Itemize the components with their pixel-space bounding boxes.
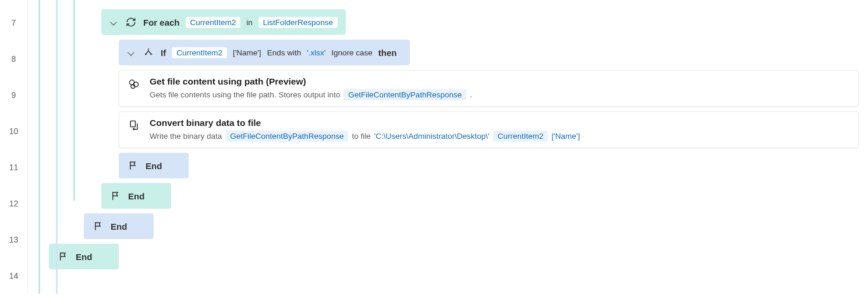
end-block[interactable]: End (49, 244, 119, 269)
collapse-toggle-icon[interactable] (110, 19, 117, 26)
action-title: Convert binary data to file (150, 118, 850, 128)
variable-token[interactable]: CurrentItem2 (186, 17, 241, 28)
variable-token[interactable]: GetFileContentByPathResponse (225, 131, 348, 142)
end-if-block[interactable]: End (119, 153, 189, 178)
property-accessor: ['Name'] (233, 48, 261, 57)
property-accessor: ['Name'] (551, 132, 580, 141)
flag-text: Ignore case (331, 48, 373, 57)
action-title: Get file content using path (Preview) (150, 76, 850, 87)
branch-icon (142, 46, 155, 59)
end-label: End (146, 161, 162, 171)
if-block[interactable]: If CurrentItem2 ['Name'] Ends with '.xls… (119, 40, 410, 65)
line-number: 14 (0, 258, 27, 294)
operator-text: Ends with (267, 48, 302, 57)
if-keyword: If (161, 48, 166, 58)
action-description: Gets file contents using the file path. … (150, 90, 340, 99)
nesting-rail (73, 0, 75, 201)
nesting-rail (56, 0, 58, 294)
variable-token[interactable]: CurrentItem2 (172, 47, 227, 58)
collapse-toggle-icon[interactable] (127, 49, 134, 56)
variable-token[interactable]: GetFileContentByPathResponse (343, 89, 466, 100)
end-label: End (128, 191, 144, 201)
action-description-suffix: . (470, 90, 472, 99)
variable-token[interactable]: ListFolderResponse (258, 17, 338, 28)
end-label: End (76, 252, 92, 262)
action-get-file-content[interactable]: Get file content using path (Preview) Ge… (119, 70, 859, 107)
svg-rect-3 (130, 121, 135, 127)
line-number: 7 (0, 5, 27, 41)
string-literal: '.xlsx' (307, 48, 325, 57)
end-label: End (111, 222, 127, 231)
action-convert-binary[interactable]: Convert binary data to file Write the bi… (119, 111, 859, 148)
flag-icon (127, 159, 140, 172)
line-number: 9 (0, 77, 27, 113)
variable-token[interactable]: CurrentItem2 (493, 131, 548, 142)
to-file-text: to file (352, 132, 370, 141)
in-keyword: in (246, 18, 253, 27)
string-literal: 'C:\Users\Administrator\Desktop\' (374, 132, 490, 141)
flag-icon (92, 220, 105, 233)
loop-icon (125, 16, 137, 29)
flag-icon (57, 250, 70, 263)
end-foreach-block[interactable]: End (101, 183, 171, 209)
line-number: 13 (0, 222, 27, 258)
line-number: 10 (0, 113, 27, 149)
line-number: 12 (0, 185, 27, 222)
gutter: 7 8 9 10 11 12 13 14 (0, 0, 28, 294)
line-number: 8 (0, 41, 27, 77)
then-keyword: then (378, 48, 397, 58)
for-each-block[interactable]: For each CurrentItem2 in ListFolderRespo… (101, 9, 346, 35)
flag-icon (109, 189, 122, 202)
file-download-icon (127, 119, 140, 132)
for-each-keyword: For each (143, 17, 180, 27)
flow-canvas: For each CurrentItem2 in ListFolderRespo… (28, 0, 868, 294)
end-block[interactable]: End (84, 213, 154, 239)
line-number: 11 (0, 149, 27, 185)
sharepoint-icon (127, 78, 140, 90)
nesting-rail (38, 0, 40, 294)
action-description: Write the binary data (150, 132, 222, 141)
